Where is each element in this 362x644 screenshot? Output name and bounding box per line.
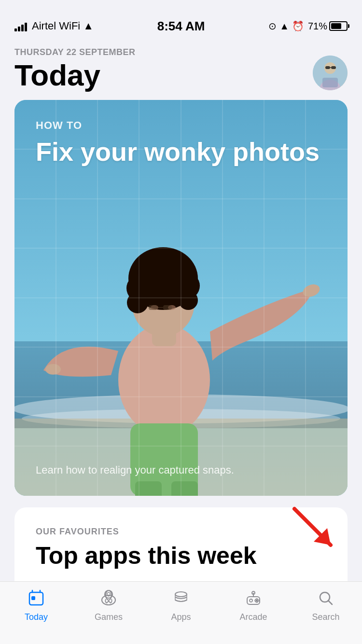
svg-rect-28 [163, 305, 172, 310]
signal-bar-2 [18, 27, 20, 31]
feature-card[interactable]: HOW TO Fix your wonky photos Learn how t… [14, 100, 348, 496]
arcade-icon [245, 589, 262, 609]
svg-rect-4 [331, 66, 336, 69]
svg-rect-3 [325, 66, 330, 69]
signal-bars [14, 21, 27, 31]
svg-rect-50 [31, 596, 35, 600]
page-title: Today [14, 60, 136, 90]
tab-games-label: Games [95, 612, 123, 622]
svg-rect-6 [322, 78, 338, 87]
tab-apps-label: Apps [171, 612, 191, 622]
signal-bar-1 [14, 28, 17, 31]
battery-container: 71% [308, 21, 348, 32]
battery-fill [331, 23, 341, 29]
red-arrow [285, 499, 343, 557]
svg-rect-58 [247, 597, 260, 604]
svg-point-30 [45, 364, 61, 375]
apps-icon [172, 589, 190, 609]
battery-percentage: 71% [308, 21, 327, 32]
signal-bar-4 [25, 23, 27, 31]
svg-point-23 [127, 292, 148, 313]
header-text-group: THURSDAY 22 SEPTEMBER Today [14, 47, 136, 90]
avatar-image [313, 56, 348, 90]
tab-search[interactable]: Search [290, 589, 362, 622]
tab-today-label: Today [25, 612, 48, 622]
status-left: Airtel WiFi ▲ [14, 20, 94, 32]
svg-point-22 [149, 250, 178, 279]
date-label: THURSDAY 22 SEPTEMBER [14, 47, 136, 57]
avatar[interactable] [313, 56, 348, 90]
search-icon [317, 589, 334, 609]
page-header: THURSDAY 22 SEPTEMBER Today [14, 42, 348, 100]
svg-line-67 [328, 601, 332, 604]
svg-rect-32 [171, 481, 198, 496]
tab-apps[interactable]: Apps [145, 589, 217, 622]
games-icon [100, 589, 117, 609]
svg-point-59 [250, 599, 252, 602]
tab-games[interactable]: Games [72, 589, 145, 622]
svg-point-63 [257, 600, 259, 602]
wifi-icon: ▲ [83, 20, 94, 32]
tab-search-label: Search [312, 612, 339, 622]
card-text-overlay: HOW TO Fix your wonky photos [14, 100, 348, 185]
card-bottom-text: Learn how to realign your captured snaps… [36, 464, 326, 476]
status-icons: ⊙ ▲ ⏰ [268, 20, 304, 32]
status-right: ⊙ ▲ ⏰ 71% [268, 20, 348, 32]
card-title: Fix your wonky photos [36, 138, 326, 166]
svg-point-57 [175, 592, 187, 597]
screen-record-icon: ⊙ [268, 20, 277, 32]
location-icon: ▲ [279, 21, 289, 32]
status-bar: Airtel WiFi ▲ 8:54 AM ⊙ ▲ ⏰ 71% [0, 0, 362, 42]
tab-today[interactable]: Today [0, 589, 72, 622]
svg-rect-31 [135, 481, 162, 496]
alarm-icon: ⏰ [292, 20, 304, 32]
status-time: 8:54 AM [157, 19, 205, 34]
our-favourites-label: OUR FAVOURITES [36, 527, 326, 537]
how-to-label: HOW TO [36, 119, 326, 132]
signal-bar-3 [21, 25, 24, 31]
svg-rect-27 [149, 305, 157, 310]
svg-point-24 [179, 291, 198, 310]
battery-icon [329, 21, 348, 31]
today-icon [28, 589, 45, 609]
tab-arcade-label: Arcade [239, 612, 267, 622]
card-background: HOW TO Fix your wonky photos Learn how t… [14, 100, 348, 496]
carrier-name: Airtel WiFi [32, 20, 80, 32]
tab-bar: Today Games Apps [0, 581, 362, 644]
tab-arcade[interactable]: Arcade [217, 589, 290, 622]
second-card-title: Top apps this week [36, 543, 326, 569]
